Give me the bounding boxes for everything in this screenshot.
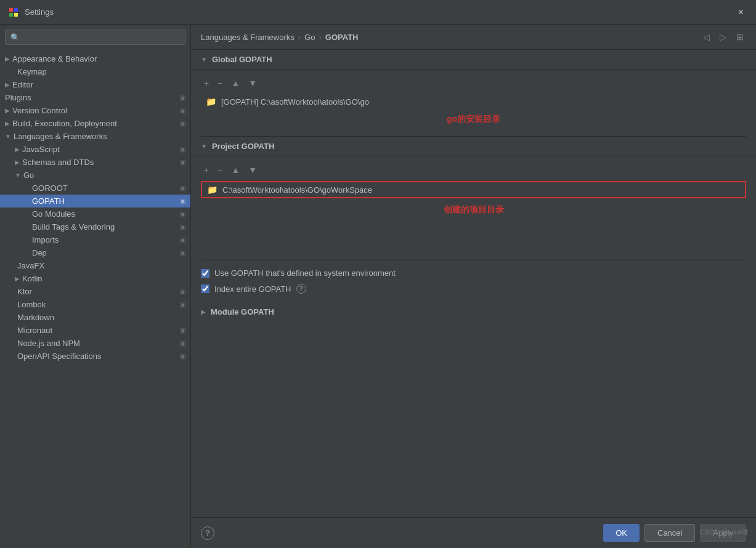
sidebar-item-build[interactable]: ▶ Build, Execution, Deployment ▣ xyxy=(0,117,190,130)
sidebar-item-kotlin[interactable]: ▶ Kotlin xyxy=(0,272,190,285)
sidebar-item-ktor[interactable]: Ktor ▣ xyxy=(0,285,190,298)
global-gopath-body: + − ▲ ▼ 📁 [GOPATH] C:\asoftWorktool\atoo… xyxy=(191,70,756,136)
checkbox-use-gopath-row: Use GOPATH that's defined in system envi… xyxy=(191,265,756,281)
ok-button[interactable]: OK xyxy=(603,524,640,542)
arrow-lang: ▼ xyxy=(5,133,11,140)
sidebar-item-version-control[interactable]: ▶ Version Control ▣ xyxy=(0,104,190,117)
sidebar-item-lombok[interactable]: Lombok ▣ xyxy=(0,298,190,311)
sidebar-item-gopath[interactable]: GOPATH ▣ xyxy=(0,195,190,208)
sidebar-item-label-plugins: Plugins xyxy=(5,93,31,102)
sidebar-items: ▶ Appearance & Behavior Keymap ▶ Editor … xyxy=(0,50,190,548)
arrow-schemas: ▶ xyxy=(5,159,20,166)
sidebar-item-go-modules[interactable]: Go Modules ▣ xyxy=(0,208,190,220)
project-gopath-header[interactable]: ▼ Project GOPATH xyxy=(191,137,756,156)
breadcrumb-sep-1: › xyxy=(298,33,301,42)
sidebar-item-micronaut[interactable]: Micronaut ▣ xyxy=(0,324,190,337)
close-button[interactable]: × xyxy=(733,4,749,20)
global-gopath-arrow: ▼ xyxy=(201,56,207,63)
checkbox-use-gopath-label: Use GOPATH that's defined in system envi… xyxy=(214,268,396,278)
sidebar-item-editor[interactable]: ▶ Editor xyxy=(0,78,190,91)
sidebar-item-dep[interactable]: Dep ▣ xyxy=(0,246,190,259)
imports-icon: ▣ xyxy=(180,236,185,243)
sidebar-item-nodejs[interactable]: Node.js and NPM ▣ xyxy=(0,337,190,350)
help-icon-index[interactable]: ? xyxy=(296,284,306,294)
sidebar-item-schemas[interactable]: ▶ Schemas and DTDs ▣ xyxy=(0,156,190,169)
build-tags-icon: ▣ xyxy=(180,224,185,230)
breadcrumb-part-1: Languages & Frameworks xyxy=(201,33,295,42)
folder-icon-global: 📁 xyxy=(206,97,216,107)
sidebar-item-label-schemas: Schemas and DTDs xyxy=(22,158,94,167)
global-add-btn[interactable]: + xyxy=(201,77,212,89)
breadcrumb-part-2: Go xyxy=(304,33,315,42)
sidebar-item-javascript[interactable]: ▶ JavaScript ▣ xyxy=(0,143,190,156)
sidebar-item-go[interactable]: ▼ Go xyxy=(0,169,190,182)
project-add-btn[interactable]: + xyxy=(201,164,212,176)
sidebar-item-label-keymap: Keymap xyxy=(5,67,47,76)
project-gopath-arrow: ▼ xyxy=(201,143,207,150)
global-down-btn[interactable]: ▼ xyxy=(245,77,260,89)
panel-restore-icon[interactable]: ◁ xyxy=(701,31,712,43)
sidebar-item-goroot[interactable]: GOROOT ▣ xyxy=(0,182,190,195)
schemas-icon: ▣ xyxy=(180,159,185,166)
vc-icon: ▣ xyxy=(180,107,185,114)
search-icon: 🔍 xyxy=(10,33,20,42)
search-input[interactable] xyxy=(23,33,180,42)
sidebar-item-imports[interactable]: Imports ▣ xyxy=(0,233,190,246)
right-panel: Languages & Frameworks › Go › GOPATH ◁ ▷… xyxy=(191,25,756,548)
window-title: Settings xyxy=(25,7,54,17)
checkbox-index-gopath[interactable] xyxy=(201,284,209,293)
project-gopath-entry[interactable]: 📁 C:\asoftWorktool\atools\GO\goWorkSpace xyxy=(201,181,746,198)
global-gopath-header[interactable]: ▼ Global GOPATH xyxy=(191,50,756,70)
app-icon xyxy=(7,6,20,18)
global-gopath-entry[interactable]: 📁 [GOPATH] C:\asoftWorktool\atools\GO\go xyxy=(201,94,746,109)
nodejs-icon: ▣ xyxy=(180,340,185,347)
sidebar-item-keymap[interactable]: Keymap xyxy=(0,65,190,78)
project-gopath-annotation: 创建的项目目录 xyxy=(201,199,746,218)
arrow-appearance: ▶ xyxy=(5,55,10,62)
module-gopath-header[interactable]: ▶ Module GOPATH xyxy=(191,302,756,321)
svg-rect-1 xyxy=(14,8,18,12)
project-gopath-toolbar: + − ▲ ▼ xyxy=(201,161,746,179)
sidebar-item-languages[interactable]: ▼ Languages & Frameworks xyxy=(0,130,190,143)
help-button[interactable]: ? xyxy=(201,526,214,540)
panel-forward-icon[interactable]: ▷ xyxy=(717,31,729,43)
breadcrumb-part-3: GOPATH xyxy=(325,33,359,42)
checkbox-use-gopath[interactable] xyxy=(201,269,209,278)
arrow-go: ▼ xyxy=(5,172,21,179)
panel-header: Languages & Frameworks › Go › GOPATH ◁ ▷… xyxy=(191,25,756,50)
global-gopath-path-list: 📁 [GOPATH] C:\asoftWorktool\atools\GO\go… xyxy=(201,94,746,131)
project-remove-btn[interactable]: − xyxy=(214,164,226,176)
global-remove-btn[interactable]: − xyxy=(214,77,226,89)
search-box[interactable]: 🔍 xyxy=(5,30,185,45)
global-up-btn[interactable]: ▲ xyxy=(228,77,243,89)
project-down-btn[interactable]: ▼ xyxy=(245,164,260,176)
project-gopath-path-list: 📁 C:\asoftWorktool\atools\GO\goWorkSpace… xyxy=(201,181,746,218)
dep-icon: ▣ xyxy=(180,249,185,256)
cancel-button[interactable]: Cancel xyxy=(644,524,695,542)
project-gopath-section: ▼ Project GOPATH + − ▲ ▼ 📁 C:\asoftWorkt… xyxy=(191,137,756,260)
module-gopath-title: Module GOPATH xyxy=(211,307,274,316)
sidebar-item-label-go-modules: Go Modules xyxy=(5,209,75,219)
sidebar-item-label-markdown: Markdown xyxy=(5,313,54,322)
sidebar-item-openapi[interactable]: OpenAPI Specifications ▣ xyxy=(0,350,190,363)
sidebar-item-markdown[interactable]: Markdown xyxy=(0,311,190,324)
sidebar-item-label-imports: Imports xyxy=(5,235,59,244)
project-gopath-body: + − ▲ ▼ 📁 C:\asoftWorktool\atools\GO\goW… xyxy=(191,156,756,260)
micronaut-icon: ▣ xyxy=(180,327,185,334)
arrow-vc: ▶ xyxy=(5,107,10,114)
sidebar-item-javafx[interactable]: JavaFX xyxy=(0,259,190,272)
panel-header-icons: ◁ ▷ ⊞ xyxy=(701,31,746,43)
panel-grid-icon[interactable]: ⊞ xyxy=(734,31,746,43)
sidebar-item-appearance[interactable]: ▶ Appearance & Behavior xyxy=(0,52,190,65)
sidebar-item-label-goroot: GOROOT xyxy=(5,183,68,193)
sidebar-item-label-build: Build, Execution, Deployment xyxy=(12,119,117,128)
project-up-btn[interactable]: ▲ xyxy=(228,164,243,176)
footer: ? OK Cancel Apply xyxy=(191,517,756,548)
breadcrumb-sep-2: › xyxy=(319,33,321,42)
divider-2 xyxy=(201,260,746,260)
global-gopath-annotation: go的安装目录 xyxy=(201,109,746,127)
global-gopath-path: [GOPATH] C:\asoftWorktool\atools\GO\go xyxy=(221,97,369,107)
sidebar-item-build-tags[interactable]: Build Tags & Vendoring ▣ xyxy=(0,220,190,233)
build-icon: ▣ xyxy=(180,120,185,127)
sidebar-item-plugins[interactable]: Plugins ▣ xyxy=(0,91,190,104)
